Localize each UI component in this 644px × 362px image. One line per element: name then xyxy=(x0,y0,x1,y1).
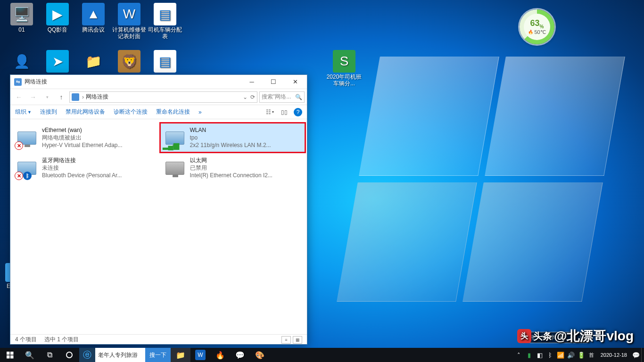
search-placeholder: 搜索"网络... xyxy=(262,93,291,101)
titlebar[interactable]: ⇆ 网络连接 ─ ☐ ✕ xyxy=(10,75,307,89)
adapter-status: tpo xyxy=(190,134,271,141)
tray-bluetooth-icon[interactable]: ᛒ xyxy=(545,348,555,362)
paint-taskbar[interactable]: 🎨 xyxy=(250,348,270,362)
adapter-icon: ✕ᛒ xyxy=(16,156,38,179)
wps-taskbar[interactable]: W xyxy=(190,348,210,362)
address-bar[interactable]: › 网络连接 ⌄⟳ xyxy=(69,91,257,103)
ie-icon[interactable]: ⓔ xyxy=(79,348,95,362)
item-count: 4 个项目 xyxy=(15,336,37,344)
app-icon: ▤ xyxy=(154,50,176,73)
desktop-icon[interactable]: ▲腾讯会议 xyxy=(75,3,111,33)
help-button[interactable]: ? xyxy=(294,108,302,116)
file-explorer-taskbar[interactable]: 📁 xyxy=(171,348,190,362)
icons-view-button[interactable]: ▦ xyxy=(293,336,302,344)
dropdown-icon[interactable]: ⌄ xyxy=(243,94,248,100)
error-x-icon: ✕ xyxy=(15,141,23,150)
organize-menu[interactable]: 组织▼ xyxy=(15,108,32,116)
wallpaper-windows-logo xyxy=(337,57,625,302)
tray-network-icon[interactable]: 📶 xyxy=(555,348,566,362)
network-adapter-item[interactable]: ▂▄▆WLANtpo2x2 11b/g/n Wireless LAN M.2..… xyxy=(160,123,305,152)
desktop-icon[interactable]: W计算机维修登记表封面 xyxy=(111,3,147,40)
app-icon: ▤ xyxy=(154,3,176,25)
show-desktop-button[interactable] xyxy=(641,348,644,362)
adapter-name: 蓝牙网络连接 xyxy=(42,156,122,164)
network-adapter-item[interactable]: ✕vEthernet (wan)网络电缆被拔出Hyper-V Virtual E… xyxy=(12,123,157,152)
taskbar-search-input[interactable]: 老年人专列旅游 xyxy=(95,348,145,362)
maximize-button[interactable]: ☐ xyxy=(263,75,284,89)
adapter-icon: ✕ xyxy=(16,126,38,149)
search-box[interactable]: 搜索"网络... 🔍 xyxy=(259,91,305,103)
desktop-icon[interactable]: ▶QQ影音 xyxy=(40,3,75,33)
taskbar-clock[interactable]: 2020-12-18 xyxy=(597,352,631,358)
tray-battery-icon[interactable]: 🔋 xyxy=(576,348,586,362)
adapter-device: Bluetooth Device (Personal Ar... xyxy=(42,172,122,179)
desktop-icon[interactable]: 🖥️01 xyxy=(4,3,40,33)
disable-device-cmd[interactable]: 禁用此网络设备 xyxy=(66,108,105,116)
more-commands[interactable]: » xyxy=(198,109,202,115)
adapter-status: 已禁用 xyxy=(190,164,272,172)
rename-cmd[interactable]: 重命名此连接 xyxy=(156,108,190,116)
desktop-icon[interactable]: ▤ xyxy=(147,50,183,74)
battery-percent: 63 xyxy=(530,18,540,28)
tray-expand-icon[interactable]: ˄ xyxy=(514,348,524,362)
status-bar: 4 个项目 选中 1 个项目 ≡ ▦ xyxy=(10,334,307,345)
file-area[interactable]: ✕vEthernet (wan)网络电缆被拔出Hyper-V Virtual E… xyxy=(10,119,307,334)
refresh-icon[interactable]: ⟳ xyxy=(250,94,255,100)
close-button[interactable]: ✕ xyxy=(284,75,306,89)
icon-label: 司机车辆分配表 xyxy=(147,26,183,40)
svg-rect-0 xyxy=(7,352,10,355)
app-icon: ➤ xyxy=(46,50,69,73)
up-button[interactable]: ↑ xyxy=(55,91,67,103)
app-icon: W xyxy=(118,3,140,25)
cortana-button[interactable] xyxy=(59,348,79,362)
network-adapter-item[interactable]: 以太网已禁用Intel(R) Ethernet Connection I2... xyxy=(160,153,305,182)
start-button[interactable] xyxy=(0,348,20,362)
tray-app1-icon[interactable]: ▮ xyxy=(524,348,535,362)
svg-rect-3 xyxy=(10,355,14,359)
minimize-button[interactable]: ─ xyxy=(241,75,263,89)
watermark: 头 头条 @北漂哥vlog xyxy=(517,327,634,345)
connect-to-cmd[interactable]: 连接到 xyxy=(40,108,57,116)
task-view-button[interactable]: ⧉ xyxy=(40,348,59,362)
tray-ime-icon[interactable]: 首 xyxy=(586,348,597,362)
adapter-icon: ▂▄▆ xyxy=(164,126,186,149)
back-button[interactable]: ← xyxy=(13,91,25,103)
firefox-taskbar[interactable]: 🔥 xyxy=(210,348,230,362)
icon-label: QQ影音 xyxy=(40,26,75,33)
desktop-icon[interactable]: ➤ xyxy=(40,50,75,74)
tray-volume-icon[interactable]: 🔊 xyxy=(566,348,576,362)
search-icon: 🔍 xyxy=(295,94,302,100)
desktop-icon[interactable]: S2020年司机班车辆分... xyxy=(326,50,362,87)
action-center-icon[interactable]: 💬 xyxy=(631,348,641,362)
battery-temp: 🔥 50℃ xyxy=(528,29,545,35)
desktop-icon[interactable]: 📁 xyxy=(75,50,111,74)
icon-label: 01 xyxy=(4,26,40,33)
preview-pane-button[interactable]: ▯▯ xyxy=(280,107,289,117)
selected-count: 选中 1 个项目 xyxy=(44,336,79,344)
wifi-signal-icon: ▂▄▆ xyxy=(163,141,179,150)
tray-app2-icon[interactable]: ◧ xyxy=(535,348,545,362)
forward-button[interactable]: → xyxy=(27,91,39,103)
breadcrumb[interactable]: 网络连接 xyxy=(86,93,108,101)
battery-widget[interactable]: 63% 🔥 50℃ xyxy=(520,9,554,44)
network-connections-window: ⇆ 网络连接 ─ ☐ ✕ ← → ▾ ↑ › 网络连接 ⌄⟳ 搜索"网络... … xyxy=(10,74,307,345)
desktop-icon[interactable]: ▤司机车辆分配表 xyxy=(147,3,183,40)
taskbar-search-button[interactable]: 搜一下 xyxy=(145,348,171,362)
network-icon xyxy=(72,93,79,101)
app-icon: 🦁 xyxy=(118,50,140,73)
adapter-name: WLAN xyxy=(190,126,271,134)
bluetooth-icon: ᛒ xyxy=(23,172,32,180)
diagnose-cmd[interactable]: 诊断这个连接 xyxy=(114,108,148,116)
details-view-button[interactable]: ≡ xyxy=(281,336,291,344)
desktop-icon[interactable]: 👤 xyxy=(4,50,40,74)
nav-row: ← → ▾ ↑ › 网络连接 ⌄⟳ 搜索"网络... 🔍 xyxy=(10,89,307,105)
desktop-icon[interactable]: 🦁 xyxy=(111,50,147,74)
system-tray: ˄ ▮ ◧ ᛒ 📶 🔊 🔋 首 2020-12-18 💬 xyxy=(514,348,644,362)
view-dropdown[interactable]: ☷▼ xyxy=(265,107,275,117)
adapter-device: 2x2 11b/g/n Wireless LAN M.2... xyxy=(190,141,271,149)
app-icon: ▲ xyxy=(82,3,105,25)
network-adapter-item[interactable]: ✕ᛒ蓝牙网络连接未连接Bluetooth Device (Personal Ar… xyxy=(12,153,157,182)
recent-dropdown-icon[interactable]: ▾ xyxy=(41,91,53,103)
wechat-taskbar[interactable]: 💬 xyxy=(230,348,250,362)
search-button[interactable]: 🔍 xyxy=(20,348,40,362)
